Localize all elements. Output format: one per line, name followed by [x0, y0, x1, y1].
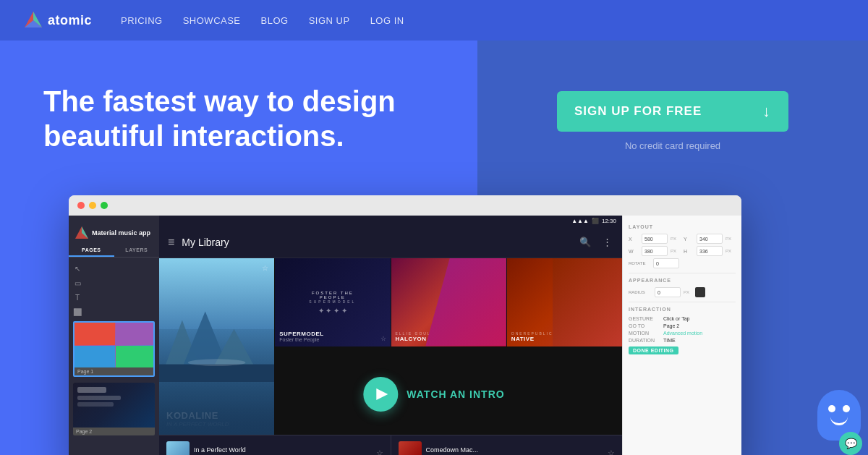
chatbot-mouth	[830, 417, 848, 425]
duration-value: TIME	[663, 338, 676, 343]
arrow-down-icon: ↓	[762, 102, 771, 121]
app-topbar: ≡ My Library 🔍 ⋮	[159, 226, 622, 258]
x-input[interactable]: 580	[642, 234, 668, 244]
no-credit-text: No credit card required	[625, 140, 720, 151]
kodaline-star[interactable]: ☆	[262, 264, 268, 272]
status-time: 12:30	[602, 218, 616, 224]
page-1-label: Page 1	[75, 367, 153, 375]
cursor-icon[interactable]: ↖	[72, 263, 83, 274]
page-2-label: Page 2	[73, 428, 155, 435]
sidebar-tools: ↖ ▭ T ⬜	[69, 262, 159, 318]
track-2-star[interactable]: ☆	[608, 448, 615, 456]
radius-label: RADIUS	[629, 290, 652, 294]
track-1-star[interactable]: ☆	[376, 448, 383, 456]
logo[interactable]: atomic	[23, 10, 92, 30]
app-sidebar-header: Material music app	[69, 221, 159, 244]
w-input[interactable]: 380	[642, 246, 668, 256]
app-logo-icon	[75, 226, 89, 240]
nav-blog[interactable]: BLOG	[261, 15, 289, 26]
chatbot-eyes	[828, 405, 850, 412]
nav-signup[interactable]: SIGN UP	[309, 15, 350, 26]
svg-point-9	[188, 359, 246, 366]
chatbot-eye-left	[828, 405, 835, 412]
app-name-label: Material music app	[92, 229, 150, 237]
library-title: My Library	[182, 237, 579, 248]
logo-text: atomic	[48, 13, 92, 28]
interaction-section-title: INTERACTION	[629, 307, 736, 312]
app-screenshot: Material music app PAGES LAYERS ↖ ▭ T ⬜	[69, 195, 741, 455]
chat-bubble-icon[interactable]: 💬	[839, 432, 862, 455]
window-dot-red	[77, 202, 85, 209]
y-input[interactable]: 340	[697, 234, 723, 244]
supermodel-star[interactable]: ☆	[380, 335, 386, 342]
chatbot-widget[interactable]: 💬	[810, 383, 868, 455]
y-label: Y	[684, 237, 694, 242]
native-card[interactable]: ONEREPUBLIC Native One Republic ☆	[507, 258, 622, 346]
supermodel-title: Supermodel	[279, 331, 323, 337]
app-left-sidebar: Material music app PAGES LAYERS ↖ ▭ T ⬜	[69, 216, 159, 455]
search-icon[interactable]: 🔍	[579, 236, 592, 249]
chat-icon: 💬	[845, 438, 857, 449]
color-swatch[interactable]	[695, 287, 705, 297]
watch-intro-button[interactable]: WATCH AN INTRO	[363, 377, 504, 412]
play-triangle	[376, 388, 388, 400]
text-icon[interactable]: T	[72, 292, 83, 303]
x-label: X	[629, 237, 639, 242]
rotate-label: ROTATE	[629, 261, 650, 265]
tab-pages[interactable]: PAGES	[69, 244, 114, 257]
signup-button[interactable]: SIGN UP FOR FREE ↓	[557, 91, 788, 132]
nav-showcase[interactable]: SHOWCASE	[183, 15, 241, 26]
status-bar: ▲▲▲ ⬛ 12:30	[159, 216, 622, 226]
nav-links: PRICING SHOWCASE BLOG SIGN UP LOG IN	[121, 14, 404, 27]
bottom-track-row: In a Perfect World Kodaline ☆ Comedown M…	[159, 435, 622, 455]
gesture-value: Click or Tap	[663, 316, 689, 321]
w-label: W	[629, 249, 639, 254]
page-2-image	[73, 383, 155, 428]
play-icon[interactable]	[363, 377, 398, 412]
supermodel-card[interactable]: FOSTER THE PEOPLE SUPERMODEL ✦ ✦ ✦ ✦ Sup…	[275, 258, 390, 346]
layout-section-title: LAYOUT	[629, 224, 736, 229]
chatbot-eye-right	[843, 405, 850, 412]
signal-icon: ⬛	[592, 218, 599, 224]
wifi-icon: ▲▲▲	[571, 218, 589, 224]
motion-label: MOTION	[629, 331, 660, 336]
gesture-label: GESTURE	[629, 316, 660, 321]
tab-layers[interactable]: LAYERS	[114, 244, 160, 257]
motion-value: Advanced motion	[663, 331, 702, 336]
watch-label: WATCH AN INTRO	[407, 388, 504, 400]
duration-label: DURATION	[629, 338, 660, 343]
kodaline-card[interactable]: KODALINE IN A PERFECT WORLD ☆	[159, 258, 274, 435]
nav-pricing[interactable]: PRICING	[121, 15, 163, 26]
goto-value: Page 2	[663, 323, 679, 328]
track-2-name: Comedown Mac...	[426, 446, 604, 454]
rectangle-icon[interactable]: ▭	[72, 277, 83, 289]
supermodel-subtitle: Foster the People	[279, 337, 323, 342]
window-dot-green	[101, 202, 108, 209]
sidebar-tabs: PAGES LAYERS	[69, 244, 159, 258]
h-input[interactable]: 336	[697, 246, 723, 256]
hero-title: The fastest way to design beautiful inte…	[43, 84, 420, 153]
page-1-image	[75, 323, 155, 367]
h-label: H	[684, 249, 694, 254]
rotate-input[interactable]: 0	[653, 258, 679, 268]
window-titlebar	[69, 195, 741, 216]
logo-icon	[23, 10, 43, 30]
svg-rect-8	[159, 364, 274, 381]
halcyon-card[interactable]: ELLIE GOULDING Halcyon Days Ellie Gouldi…	[391, 258, 506, 346]
menu-icon[interactable]: ≡	[168, 236, 174, 249]
navbar: atomic PRICING SHOWCASE BLOG SIGN UP LOG…	[0, 0, 868, 41]
bottom-item-2[interactable]: Comedown Mac... The Strokes ☆	[391, 435, 623, 455]
window-dot-yellow	[89, 202, 96, 209]
signup-label: SIGN UP FOR FREE	[574, 104, 702, 119]
screen-body: Material music app PAGES LAYERS ↖ ▭ T ⬜	[69, 216, 741, 455]
done-editing-button[interactable]: DONE EDITING	[629, 346, 678, 354]
page-2-thumb[interactable]: Page 2	[73, 383, 155, 435]
more-icon[interactable]: ⋮	[600, 236, 613, 249]
radius-input[interactable]: 0	[655, 287, 681, 297]
topbar-icons: 🔍 ⋮	[579, 236, 613, 249]
page-1-thumb[interactable]: Page 1	[73, 321, 155, 377]
nav-login[interactable]: LOG IN	[370, 15, 404, 26]
bottom-item-1[interactable]: In a Perfect World Kodaline ☆	[159, 435, 391, 455]
goto-label: GO TO	[629, 323, 660, 328]
image-icon[interactable]: ⬜	[72, 306, 83, 318]
